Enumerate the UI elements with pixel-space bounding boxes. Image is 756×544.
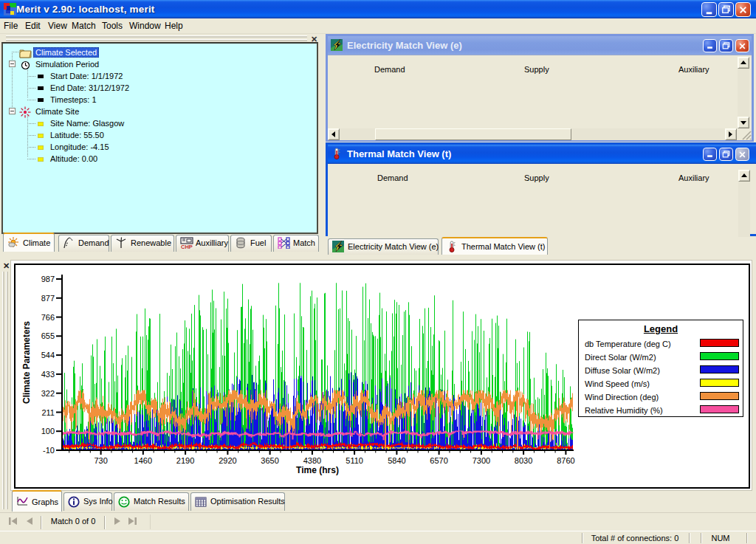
svg-text:7300: 7300	[472, 456, 490, 465]
svg-text:3650: 3650	[261, 456, 278, 465]
svg-text:544: 544	[41, 351, 55, 359]
svg-text:322: 322	[41, 389, 55, 398]
svg-text:987: 987	[41, 275, 55, 283]
svg-text:5840: 5840	[388, 456, 405, 465]
svg-text:4380: 4380	[303, 456, 321, 465]
svg-text:6570: 6570	[430, 456, 447, 465]
svg-text:8030: 8030	[515, 456, 532, 465]
svg-text:5110: 5110	[346, 456, 363, 465]
svg-text:730: 730	[94, 456, 107, 465]
svg-text:766: 766	[41, 313, 55, 322]
svg-text:-10: -10	[43, 446, 55, 455]
svg-text:Climate Parameters: Climate Parameters	[21, 321, 32, 404]
svg-text:2920: 2920	[219, 456, 236, 465]
svg-text:100: 100	[41, 427, 55, 435]
svg-text:655: 655	[41, 331, 55, 340]
svg-text:1460: 1460	[134, 456, 152, 465]
svg-text:433: 433	[41, 370, 55, 379]
svg-text:211: 211	[41, 408, 55, 417]
svg-text:877: 877	[41, 294, 55, 303]
svg-text:2190: 2190	[176, 456, 194, 465]
svg-text:8760: 8760	[557, 456, 574, 465]
svg-text:Time (hrs): Time (hrs)	[296, 465, 339, 475]
